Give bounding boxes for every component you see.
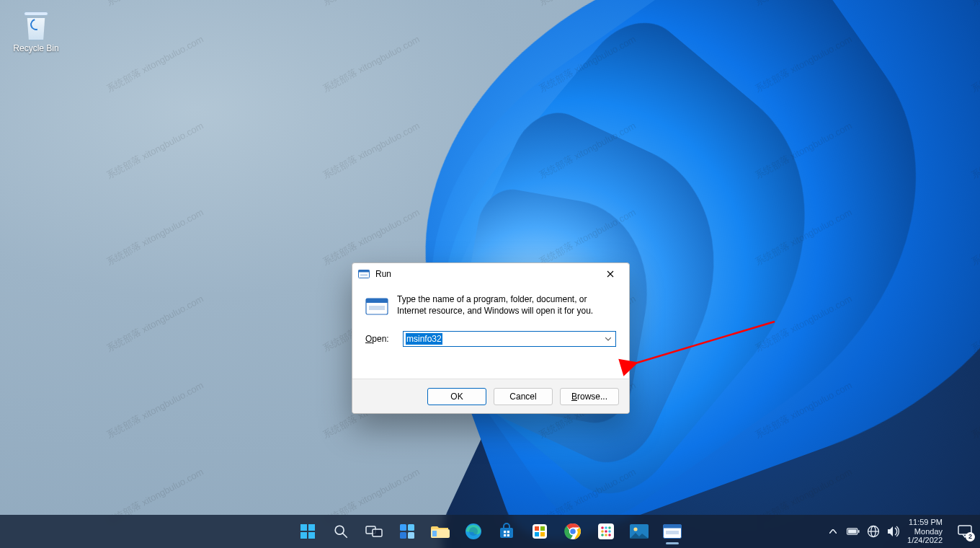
close-button[interactable] xyxy=(594,264,626,284)
svg-point-47 xyxy=(633,527,637,531)
notifications-badge: 2 xyxy=(966,532,975,542)
svg-rect-5 xyxy=(369,306,385,310)
svg-point-41 xyxy=(605,530,607,533)
start-button[interactable] xyxy=(293,517,323,546)
run-titlebar[interactable]: Run xyxy=(352,263,629,285)
run-title: Run xyxy=(375,269,594,279)
svg-point-38 xyxy=(605,526,607,529)
svg-rect-18 xyxy=(408,532,414,539)
svg-line-12 xyxy=(343,534,347,538)
svg-rect-15 xyxy=(400,524,406,531)
svg-rect-24 xyxy=(504,531,506,533)
svg-rect-2 xyxy=(360,274,368,276)
svg-rect-53 xyxy=(848,529,857,533)
svg-rect-27 xyxy=(507,534,509,536)
svg-rect-26 xyxy=(504,534,506,536)
widgets-button[interactable] xyxy=(392,517,422,546)
svg-rect-23 xyxy=(500,528,513,538)
photos-button[interactable] xyxy=(624,517,654,546)
file-explorer-button[interactable] xyxy=(425,517,455,546)
clock-time: 11:59 PM xyxy=(907,518,943,527)
taskbar-center xyxy=(293,517,687,546)
tray-icons xyxy=(827,525,900,538)
svg-rect-20 xyxy=(432,531,437,536)
run-description: Type the name of a program, folder, docu… xyxy=(397,293,616,318)
svg-point-45 xyxy=(608,534,611,536)
app-grid-button[interactable] xyxy=(591,517,621,546)
svg-rect-52 xyxy=(858,530,860,533)
run-title-icon xyxy=(358,268,370,280)
open-combobox[interactable]: msinfo32 xyxy=(403,331,616,347)
edge-button[interactable] xyxy=(458,517,489,546)
svg-point-37 xyxy=(601,526,604,529)
svg-point-40 xyxy=(601,530,604,533)
svg-point-44 xyxy=(605,534,607,536)
svg-rect-4 xyxy=(366,299,388,303)
cancel-button[interactable]: Cancel xyxy=(494,388,553,405)
svg-rect-8 xyxy=(308,524,315,531)
run-dialog: Run Type the name of a program, folder, … xyxy=(352,262,630,414)
run-button-row: OK Cancel Browse... xyxy=(352,379,629,413)
svg-rect-50 xyxy=(666,531,679,534)
taskbar-clock[interactable]: 11:59 PM Monday 1/24/2022 xyxy=(907,518,943,545)
recycle-bin-icon xyxy=(22,9,50,40)
svg-point-39 xyxy=(608,526,611,529)
task-view-button[interactable] xyxy=(359,517,389,546)
run-body-icon xyxy=(365,295,388,318)
browse-button[interactable]: Browse... xyxy=(560,388,619,405)
svg-rect-25 xyxy=(507,531,509,533)
run-taskbar-button[interactable] xyxy=(657,517,687,546)
svg-point-22 xyxy=(469,527,478,536)
svg-rect-7 xyxy=(300,524,307,531)
battery-icon[interactable] xyxy=(847,525,860,538)
volume-icon[interactable] xyxy=(887,525,900,538)
recycle-bin-desktop-icon[interactable]: Recycle Bin xyxy=(9,9,63,53)
clock-date: 1/24/2022 xyxy=(907,536,943,545)
tips-button[interactable] xyxy=(525,517,555,546)
network-icon[interactable] xyxy=(867,525,880,538)
svg-rect-1 xyxy=(359,270,370,273)
store-button[interactable] xyxy=(491,517,522,546)
chrome-button[interactable] xyxy=(558,517,588,546)
svg-rect-29 xyxy=(535,526,539,531)
chevron-down-icon[interactable] xyxy=(603,334,613,344)
svg-point-42 xyxy=(608,530,611,533)
svg-rect-31 xyxy=(535,532,539,536)
taskbar-right: 11:59 PM Monday 1/24/2022 2 xyxy=(827,515,976,548)
svg-rect-14 xyxy=(373,529,382,536)
svg-rect-16 xyxy=(408,524,414,531)
svg-rect-9 xyxy=(300,532,307,539)
ok-button[interactable]: OK xyxy=(427,388,486,405)
svg-rect-32 xyxy=(540,532,545,536)
annotation-arrow-icon xyxy=(631,317,782,378)
recycle-bin-label: Recycle Bin xyxy=(9,43,63,53)
notifications-button[interactable]: 2 xyxy=(954,521,976,542)
svg-rect-17 xyxy=(400,532,406,539)
svg-rect-30 xyxy=(540,526,545,531)
svg-rect-49 xyxy=(664,525,682,529)
desktop[interactable]: 系统部落 xitongbuluo.com系统部落 xitongbuluo.com… xyxy=(0,0,980,548)
tray-chevron-up-icon[interactable] xyxy=(827,525,839,538)
taskbar: 11:59 PM Monday 1/24/2022 2 xyxy=(0,515,980,548)
open-label: Open: xyxy=(365,334,396,344)
open-input[interactable] xyxy=(403,331,616,347)
svg-rect-10 xyxy=(308,532,315,539)
search-button[interactable] xyxy=(326,517,356,546)
clock-day: Monday xyxy=(907,527,943,536)
svg-point-43 xyxy=(601,534,604,536)
svg-line-6 xyxy=(635,322,775,363)
